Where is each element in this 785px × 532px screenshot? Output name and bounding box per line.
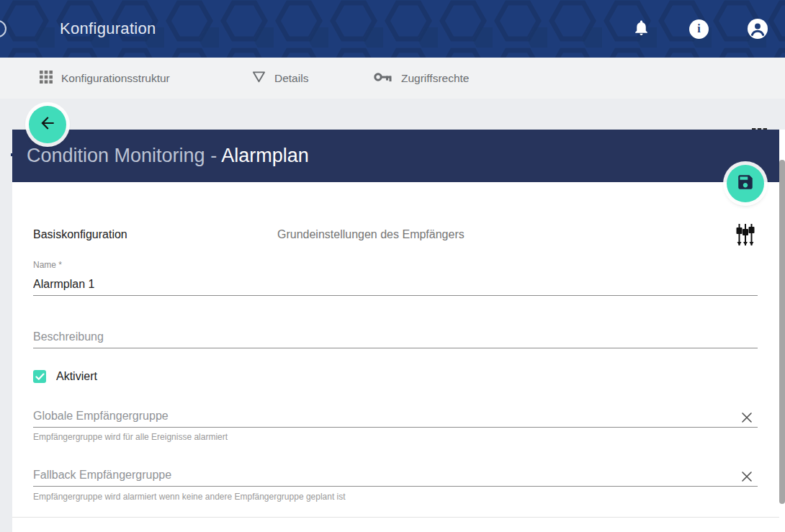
description-input[interactable] <box>33 328 758 346</box>
tab-label: Zugriffsrechte <box>401 72 469 85</box>
account-icon[interactable] <box>748 19 768 39</box>
save-button[interactable] <box>727 165 764 202</box>
global-group-helper: Empfängergruppe wird für alle Ereignisse… <box>33 432 228 442</box>
fallback-group-helper: Empfängergruppe wird alarmiert wenn kein… <box>33 492 346 502</box>
detail-title: Condition Monitoring - Alarmplan <box>27 145 309 167</box>
section-subtitle: Grundeinstellungen des Empfängers <box>277 228 465 241</box>
info-icon[interactable]: i <box>689 19 709 39</box>
activated-label: Aktiviert <box>56 370 97 383</box>
name-field-label: Name * <box>33 260 62 270</box>
app-header: Konfiguration i <box>0 0 785 58</box>
notifications-bell-icon[interactable] <box>632 19 650 40</box>
vertical-sliders-icon[interactable] <box>735 223 755 249</box>
global-group-input[interactable] <box>33 407 758 425</box>
fallback-group-clear-icon[interactable] <box>740 470 753 483</box>
global-group-underline <box>33 427 758 428</box>
tab-konfigurationsstruktur[interactable]: Konfigurationsstruktur <box>40 58 170 99</box>
activated-checkbox[interactable] <box>33 370 46 383</box>
scrollbar-thumb[interactable] <box>779 160 785 504</box>
tab-details[interactable]: Details <box>252 58 308 99</box>
global-group-clear-icon[interactable] <box>740 411 753 424</box>
detail-banner: Condition Monitoring - Alarmplan <box>12 130 780 182</box>
tab-label: Details <box>274 72 308 85</box>
section-title: Basiskonfiguration <box>33 228 127 241</box>
tab-zugriffsrechte[interactable]: Zugriffsrechte <box>374 58 469 99</box>
tab-bar: Konfigurationsstruktur Details Zugriffsr… <box>0 58 785 99</box>
grid-icon <box>40 71 53 86</box>
activated-checkbox-row[interactable]: Aktiviert <box>33 370 97 383</box>
arrow-left-icon <box>38 114 57 135</box>
name-input[interactable] <box>33 275 758 294</box>
check-icon <box>35 373 45 381</box>
floppy-disk-icon <box>736 173 755 194</box>
section-divider <box>12 517 780 518</box>
key-icon <box>374 71 392 86</box>
page-title: Konfiguration <box>60 0 156 58</box>
fallback-group-input[interactable] <box>33 466 758 484</box>
fallback-group-underline <box>33 486 758 487</box>
funnel-icon <box>252 71 266 86</box>
back-button[interactable] <box>29 106 66 143</box>
tab-label: Konfigurationsstruktur <box>61 72 170 85</box>
description-underline <box>33 348 758 348</box>
name-underline <box>33 295 758 296</box>
